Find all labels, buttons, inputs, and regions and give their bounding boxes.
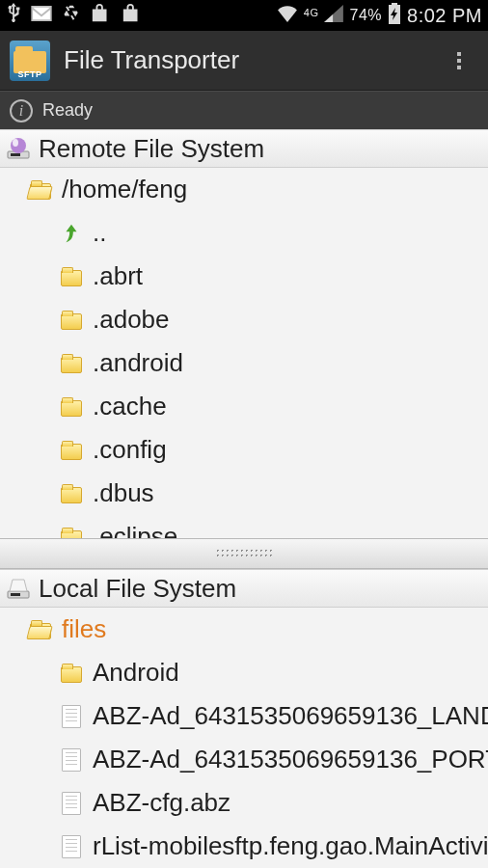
list-item[interactable]: .eclipse <box>0 515 488 538</box>
folder-icon <box>58 350 85 377</box>
item-label: ABZ-Ad_6431535069659136_PORT.jp <box>93 745 488 774</box>
file-icon <box>58 790 85 817</box>
overflow-menu-button[interactable] <box>440 41 478 80</box>
folder-icon <box>58 524 85 539</box>
battery-pct: 74% <box>349 7 382 24</box>
item-label: Android <box>93 658 179 688</box>
folder-icon <box>58 393 85 420</box>
wifi-icon <box>277 5 298 27</box>
remote-pane-header[interactable]: Remote File System <box>0 129 488 168</box>
item-label: ABZ-cfg.abz <box>93 788 230 818</box>
svg-rect-5 <box>11 593 20 596</box>
folder-open-icon <box>27 176 54 203</box>
network-type-label: 4G <box>304 7 319 18</box>
app-icon: SFTP <box>10 41 50 81</box>
status-strip: i Ready <box>0 91 488 129</box>
shop-icon <box>91 3 112 29</box>
app-title: File Transporter <box>64 45 440 75</box>
android-statusbar: 4G 74% 8:02 PM <box>0 0 488 31</box>
grip-icon <box>215 548 273 559</box>
list-item[interactable]: ABZ-Ad_6431535069659136_PORT.jp <box>0 738 488 781</box>
battery-charging-icon <box>388 3 401 29</box>
file-icon <box>58 833 85 860</box>
list-item[interactable]: ABZ-Ad_6431535069659136_LAND.jp <box>0 694 488 738</box>
signal-icon <box>324 5 343 27</box>
file-icon <box>58 703 85 730</box>
local-drive-icon <box>4 576 33 601</box>
svg-point-3 <box>13 139 18 147</box>
remote-pane-title: Remote File System <box>39 134 264 164</box>
pane-splitter[interactable] <box>0 538 488 569</box>
item-label: rList-mobilesftp.feng.gao.MainActivit <box>93 831 488 861</box>
list-item[interactable]: rList-mobilesftp.feng.gao.MainActivit <box>0 825 488 868</box>
file-icon <box>58 746 85 773</box>
status-text: Ready <box>42 100 93 121</box>
item-label: ABZ-Ad_6431535069659136_LAND.jp <box>93 701 488 731</box>
item-label: .eclipse <box>93 522 177 538</box>
list-item[interactable]: .config <box>0 428 488 472</box>
folder-open-icon <box>27 616 54 643</box>
remote-path-label: /home/feng <box>62 175 187 204</box>
remote-file-list[interactable]: /home/feng .. .abrt .adobe .android .cac… <box>0 168 488 538</box>
list-item[interactable]: Android <box>0 651 488 694</box>
local-file-list[interactable]: files Android ABZ-Ad_6431535069659136_LA… <box>0 608 488 868</box>
item-label: .cache <box>93 392 167 421</box>
clock: 8:02 PM <box>407 5 482 27</box>
folder-icon <box>58 480 85 507</box>
item-label: .dbus <box>93 478 154 508</box>
up-arrow-icon <box>58 220 85 247</box>
item-label: .android <box>93 348 183 378</box>
play-icon <box>122 3 143 29</box>
gmail-icon <box>31 6 52 26</box>
list-item[interactable]: .android <box>0 341 488 385</box>
svg-point-2 <box>11 138 26 153</box>
svg-rect-1 <box>11 153 20 156</box>
usb-icon <box>6 3 21 29</box>
item-label: .config <box>93 435 167 465</box>
info-icon: i <box>10 99 33 122</box>
recycle-icon <box>62 4 81 28</box>
parent-dir-row[interactable]: .. <box>0 211 488 255</box>
remote-current-path[interactable]: /home/feng <box>0 168 488 211</box>
list-item[interactable]: .adobe <box>0 298 488 341</box>
local-pane-title: Local File System <box>39 574 236 604</box>
local-path-label: files <box>62 614 106 644</box>
parent-dir-label: .. <box>93 218 106 248</box>
item-label: .adobe <box>93 305 170 335</box>
app-icon-label: SFTP <box>17 69 41 81</box>
local-current-path[interactable]: files <box>0 608 488 651</box>
list-item[interactable]: .cache <box>0 385 488 428</box>
folder-icon <box>58 660 85 687</box>
list-item[interactable]: .dbus <box>0 472 488 515</box>
list-item[interactable]: ABZ-cfg.abz <box>0 781 488 825</box>
folder-icon <box>58 263 85 290</box>
item-label: .abrt <box>93 261 143 291</box>
list-item[interactable]: .abrt <box>0 255 488 298</box>
app-titlebar: SFTP File Transporter <box>0 31 488 91</box>
local-pane-header[interactable]: Local File System <box>0 569 488 608</box>
remote-drive-icon <box>4 136 33 161</box>
folder-icon <box>58 437 85 464</box>
folder-icon <box>58 307 85 334</box>
